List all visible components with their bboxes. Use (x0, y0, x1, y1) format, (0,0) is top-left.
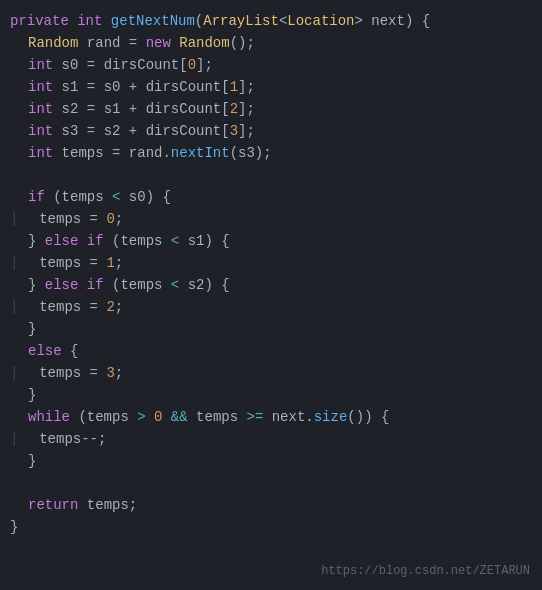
code-line-13: | temps = 2; (0, 296, 542, 318)
code-line-10: } else if (temps < s1) { (0, 230, 542, 252)
code-line-15: else { (0, 340, 542, 362)
code-line-4: int s1 = s0 + dirsCount[1]; (0, 76, 542, 98)
code-line-20: } (0, 450, 542, 472)
code-line-16: | temps = 3; (0, 362, 542, 384)
code-line-5: int s2 = s1 + dirsCount[2]; (0, 98, 542, 120)
code-line-18: while (temps > 0 && temps >= next.size()… (0, 406, 542, 428)
code-line-22: } (0, 516, 542, 538)
code-line-6: int s3 = s2 + dirsCount[3]; (0, 120, 542, 142)
code-line-17: } (0, 384, 542, 406)
code-line-9: | temps = 0; (0, 208, 542, 230)
code-editor: private int getNextNum(ArrayList<Locatio… (0, 0, 542, 590)
code-line-1: private int getNextNum(ArrayList<Locatio… (0, 10, 542, 32)
code-line-blank2 (0, 472, 542, 494)
code-line-21: return temps; (0, 494, 542, 516)
code-line-3: int s0 = dirsCount[0]; (0, 54, 542, 76)
code-line-19: | temps--; (0, 428, 542, 450)
code-line-8: if (temps < s0) { (0, 186, 542, 208)
code-line-7: int temps = rand.nextInt(s3); (0, 142, 542, 164)
code-line-2: Random rand = new Random(); (0, 32, 542, 54)
code-line-12: } else if (temps < s2) { (0, 274, 542, 296)
code-line-11: | temps = 1; (0, 252, 542, 274)
code-line-14: } (0, 318, 542, 340)
code-line-blank1 (0, 164, 542, 186)
blog-url: https://blog.csdn.net/ZETARUN (321, 564, 530, 578)
